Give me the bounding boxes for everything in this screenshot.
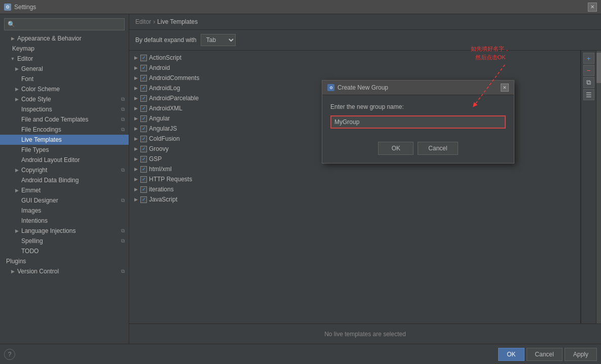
dialog-icon: ⚙ [327,84,334,91]
window-title: Settings [14,4,36,11]
sidebar-item-label: Spelling [21,237,43,245]
create-group-dialog: ⚙ Create New Group ✕ Enter the new group… [322,80,514,164]
annotation-line1: 如先填好名字， [471,46,510,52]
sidebar-item-label: Version Control [17,268,59,275]
sidebar-item-plugins[interactable]: Plugins [0,256,129,266]
sidebar-item-label: Intentions [21,217,48,224]
sidebar-item-label: Appearance & Behavior [17,35,82,42]
sidebar-item-android-data-binding[interactable]: Android Data Binding [0,175,129,185]
sidebar-item-appearance[interactable]: ▶ Appearance & Behavior [0,33,129,44]
sidebar-item-label: Images [21,207,41,214]
copy-icon: ⧉ [121,106,125,112]
sidebar-item-keymap[interactable]: Keymap [0,44,129,54]
chevron-right-icon: ▶ [14,188,19,193]
sidebar-item-todo[interactable]: TODO [0,246,129,256]
sidebar-item-live-templates[interactable]: Live Templates [0,135,129,145]
settings-icon: ⚙ [4,4,11,11]
chevron-right-icon: ▶ [14,66,19,71]
sidebar-item-gui-designer[interactable]: GUI Designer ⧉ [0,195,129,206]
chevron-right-icon: ▶ [14,228,19,233]
chevron-right-icon: ▶ [10,269,15,274]
sidebar-item-language-injections[interactable]: ▶ Language Injections ⧉ [0,226,129,236]
copy-icon: ⧉ [121,127,125,133]
search-box: 🔍 [4,18,125,30]
sidebar-item-copyright[interactable]: ▶ Copyright ⧉ [0,165,129,175]
sidebar-item-general[interactable]: ▶ General [0,64,129,74]
sidebar-item-label: Keymap [12,45,34,52]
sidebar-item-android-layout[interactable]: Android Layout Editor [0,155,129,165]
sidebar-item-file-types[interactable]: File Types [0,145,129,155]
copy-icon: ⧉ [121,268,125,274]
group-name-input[interactable] [330,115,506,129]
sidebar-item-file-encodings[interactable]: File Encodings ⧉ [0,125,129,135]
sidebar: 🔍 ▶ Appearance & Behavior Keymap ▼ Edito… [0,14,129,344]
sidebar-item-label: GUI Designer [21,197,58,204]
sidebar-item-label: Font [21,75,33,83]
chevron-right-icon: ▶ [10,36,15,41]
title-bar-left: ⚙ Settings [4,4,36,11]
apply-button[interactable]: Apply [565,348,597,361]
dialog-input-label: Enter the new group name: [330,103,506,110]
sidebar-item-label: Language Injections [21,227,76,234]
copy-icon: ⧉ [121,197,125,204]
search-icon: 🔍 [8,21,15,28]
sidebar-item-label: File and Code Templates [21,116,89,123]
dialog-title-bar: ⚙ Create New Group ✕ [322,80,514,95]
sidebar-item-label: Live Templates [21,136,62,143]
copy-icon: ⧉ [121,96,125,102]
copy-icon: ⧉ [121,167,125,173]
sidebar-item-label: Copyright [21,167,47,174]
copy-icon: ⧉ [121,238,125,244]
sidebar-item-version-control[interactable]: ▶ Version Control ⧉ [0,266,129,276]
chevron-right-icon: ▶ [14,168,19,173]
cancel-button[interactable]: Cancel [527,348,562,361]
sidebar-item-label: Color Scheme [21,86,60,93]
dialog-close-button[interactable]: ✕ [501,84,509,92]
annotation-line2: 然后点击OK [475,54,506,60]
sidebar-item-label: Code Style [21,96,51,103]
sidebar-item-label: Emmet [21,187,41,194]
chevron-right-icon: ▶ [14,97,19,102]
dialog-body: Enter the new group name: [322,95,514,137]
sidebar-item-label: Android Data Binding [21,177,79,184]
main-container: 🔍 ▶ Appearance & Behavior Keymap ▼ Edito… [0,14,601,344]
dialog-overlay: 如先填好名字， 然后点击OK ⚙ [129,14,601,344]
sidebar-item-color-scheme[interactable]: ▶ Color Scheme [0,84,129,94]
sidebar-item-label: Editor [17,55,33,62]
sidebar-item-code-style[interactable]: ▶ Code Style ⧉ [0,94,129,104]
sidebar-item-label: File Types [21,146,49,153]
dialog-cancel-button[interactable]: Cancel [418,142,458,155]
sidebar-item-label: Plugins [6,258,26,265]
sidebar-item-intentions[interactable]: Intentions [0,216,129,226]
annotation-container: 如先填好名字， 然后点击OK [471,45,510,61]
sidebar-item-file-code-templates[interactable]: File and Code Templates ⧉ [0,114,129,125]
sidebar-item-label: General [21,65,43,72]
sidebar-item-label: File Encodings [21,126,61,133]
annotation-text: 如先填好名字， 然后点击OK [471,45,510,61]
ok-button[interactable]: OK [498,348,524,361]
chevron-right-icon: ▶ [14,87,19,92]
sidebar-item-label: Inspections [21,106,52,113]
sidebar-item-inspections[interactable]: Inspections ⧉ [0,104,129,114]
sidebar-item-label: Android Layout Editor [21,156,80,164]
dialog-ok-button[interactable]: OK [378,142,414,155]
bottom-left: ? [4,349,15,360]
sidebar-item-spelling[interactable]: Spelling ⧉ [0,236,129,246]
copy-icon: ⧉ [121,116,125,123]
chevron-down-icon: ▼ [10,56,15,61]
sidebar-item-label: TODO [21,248,39,255]
search-input[interactable] [17,21,121,28]
bottom-bar: ? OK Cancel Apply [0,344,601,364]
title-bar: ⚙ Settings ✕ [0,0,601,14]
sidebar-item-emmet[interactable]: ▶ Emmet [0,185,129,195]
dialog-buttons: OK Cancel [322,137,514,163]
sidebar-item-editor[interactable]: ▼ Editor [0,54,129,64]
dialog-title-left: ⚙ Create New Group [327,84,388,91]
sidebar-item-font[interactable]: Font [0,74,129,84]
help-button[interactable]: ? [4,349,15,360]
dialog-title-text: Create New Group [337,84,388,91]
content-area: Editor › Live Templates By default expan… [129,14,601,344]
window-close-button[interactable]: ✕ [588,3,597,12]
bottom-right: OK Cancel Apply [498,348,597,361]
sidebar-item-images[interactable]: Images [0,206,129,216]
